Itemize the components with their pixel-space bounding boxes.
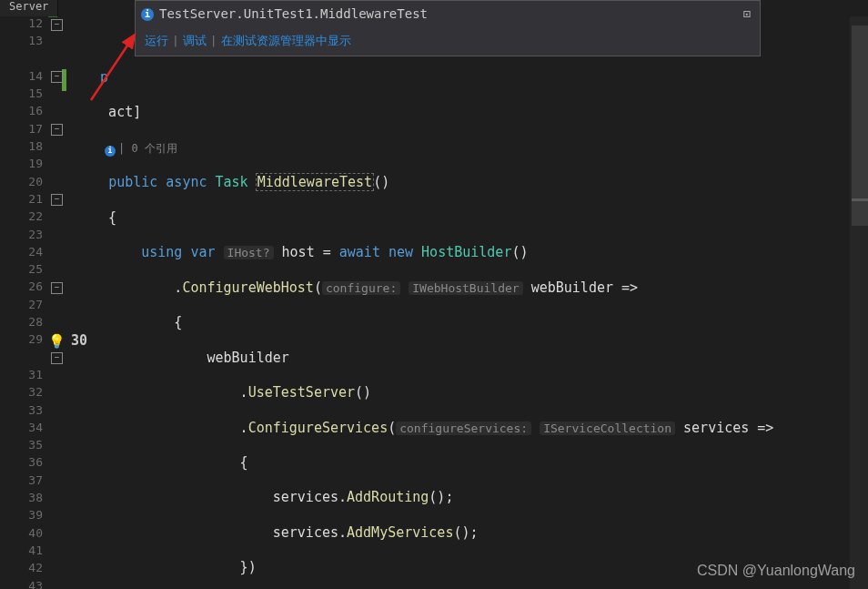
- tab-server[interactable]: Server: [0, 0, 58, 17]
- line-number: 21: [0, 192, 43, 209]
- code-line[interactable]: {: [76, 314, 868, 331]
- line-number: 28: [0, 315, 43, 332]
- code-line[interactable]: services.AddMyServices();: [76, 524, 868, 542]
- fold-toggle[interactable]: −: [51, 352, 63, 364]
- line-number: 32: [0, 385, 43, 402]
- line-number: 16: [0, 104, 43, 121]
- line-number: 39: [0, 508, 43, 525]
- watermark: CSDN @YuanlongWang: [697, 562, 855, 580]
- line-number: 37: [0, 473, 43, 491]
- line-number: 19: [0, 157, 43, 174]
- editor-root: Server 121314151617181920212223242526272…: [0, 0, 868, 589]
- line-number: 31: [0, 368, 43, 385]
- code-line[interactable]: act]: [76, 104, 868, 121]
- code-line[interactable]: public async Task MiddlewareTest(): [76, 174, 868, 191]
- code-line[interactable]: services.AddRouting();: [76, 489, 868, 506]
- line-number: 34: [0, 421, 43, 438]
- run-link[interactable]: 运行: [145, 34, 168, 49]
- line-number: 12: [0, 16, 43, 34]
- code-line[interactable]: using var IHost? host = await new HostBu…: [76, 244, 868, 261]
- line-number: 23: [0, 228, 43, 245]
- test-codelens-popup: i TestServer.UnitTest1.MiddlewareTest ⊡ …: [135, 0, 761, 56]
- line-number: 15: [0, 86, 43, 104]
- line-number: 22: [0, 209, 43, 227]
- fold-toggle[interactable]: −: [51, 194, 63, 206]
- fold-toggle[interactable]: −: [51, 71, 63, 83]
- code-line[interactable]: {: [76, 454, 868, 472]
- line-number: 17: [0, 122, 43, 139]
- line-number: 26: [0, 279, 43, 297]
- popup-close-icon[interactable]: ⊡: [740, 6, 754, 23]
- codelens-line[interactable]: i| 0 个引用: [76, 139, 868, 157]
- line-number: 40: [0, 526, 43, 543]
- line-number: 43: [0, 579, 43, 590]
- line-number: 35: [0, 438, 43, 455]
- info-icon: i: [105, 146, 116, 157]
- fold-toggle[interactable]: −: [51, 19, 63, 31]
- code-line[interactable]: {: [76, 209, 868, 227]
- show-in-explorer-link[interactable]: 在测试资源管理器中显示: [221, 34, 351, 49]
- line-number: 20: [0, 175, 43, 192]
- popup-title: TestServer.UnitTest1.MiddlewareTest: [159, 6, 740, 23]
- line-number: 41: [0, 543, 43, 561]
- line-number-gutter: 1213141516171819202122232425262728293031…: [0, 16, 48, 589]
- line-number: 18: [0, 139, 43, 157]
- code-body[interactable]: p act] i| 0 个引用 public async Task Middle…: [70, 16, 868, 589]
- fold-toggle[interactable]: −: [51, 282, 63, 294]
- codelens-refs[interactable]: | 0 个引用: [118, 142, 177, 155]
- line-number: 33: [0, 403, 43, 421]
- line-number: 24: [0, 245, 43, 262]
- debug-link[interactable]: 调试: [183, 34, 207, 49]
- info-icon: i: [141, 8, 154, 21]
- code-line[interactable]: .ConfigureServices(configureServices: IS…: [76, 420, 868, 437]
- line-number: 14: [0, 69, 43, 86]
- code-line[interactable]: webBuilder: [76, 350, 868, 367]
- line-number: 36: [0, 455, 43, 472]
- line-number: 25: [0, 262, 43, 279]
- code-line[interactable]: .UseTestServer(): [76, 384, 868, 401]
- light-bulb-icon[interactable]: 💡: [48, 333, 63, 348]
- code-editor[interactable]: 1213141516171819202122232425262728293031…: [0, 16, 868, 589]
- line-number: 42: [0, 561, 43, 578]
- line-number: 13: [0, 34, 43, 51]
- line-number: 38: [0, 491, 43, 508]
- fold-margin: − − − − − − 💡 30: [48, 16, 70, 589]
- code-line[interactable]: p: [76, 69, 868, 86]
- fold-toggle[interactable]: −: [51, 124, 63, 136]
- line-number: 27: [0, 298, 43, 315]
- line-number: 29: [0, 332, 43, 350]
- code-line[interactable]: .ConfigureWebHost(configure: IWebHostBui…: [76, 279, 868, 297]
